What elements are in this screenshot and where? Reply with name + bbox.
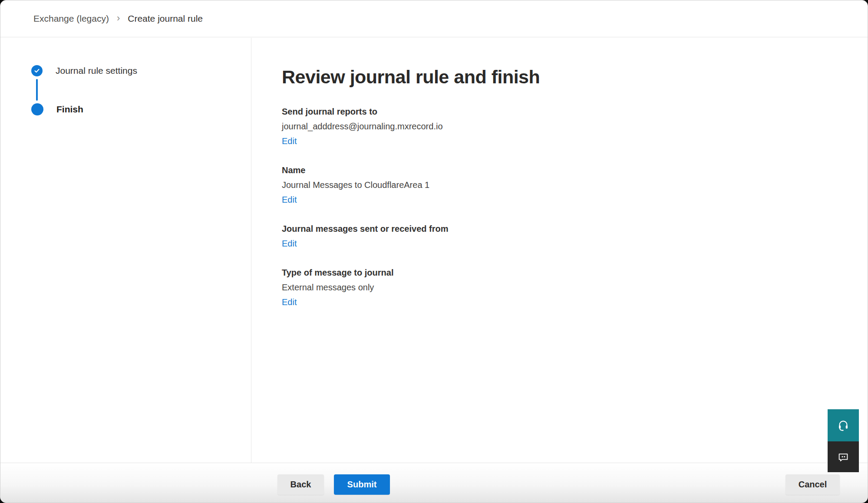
section-label: Type of message to journal bbox=[282, 265, 842, 280]
section-label: Journal messages sent or received from bbox=[282, 221, 842, 236]
wizard-step-finish[interactable]: Finish bbox=[31, 103, 251, 115]
breadcrumb-exchange-legacy-link[interactable]: Exchange (legacy) bbox=[33, 13, 109, 24]
section-label: Name bbox=[282, 163, 842, 178]
back-button[interactable]: Back bbox=[277, 474, 324, 495]
section-label: Send journal reports to bbox=[282, 104, 842, 119]
step-current-dot-icon bbox=[31, 103, 43, 115]
page-title: Review journal rule and finish bbox=[282, 65, 842, 89]
edit-journal-address-link[interactable]: Edit bbox=[282, 134, 297, 148]
wizard-connector-line bbox=[36, 79, 38, 101]
wizard-body: Journal rule settings Finish Review jour… bbox=[0, 38, 868, 463]
step-label-finish: Finish bbox=[56, 104, 83, 115]
breadcrumb-current-page: Create journal rule bbox=[128, 13, 203, 24]
step-label-journal-rule-settings: Journal rule settings bbox=[56, 66, 137, 76]
headset-icon bbox=[837, 419, 850, 432]
feedback-button[interactable] bbox=[828, 441, 859, 472]
edit-name-link[interactable]: Edit bbox=[282, 192, 297, 207]
review-sections: Send journal reports to journal_adddress… bbox=[282, 104, 842, 309]
action-bar: Back Submit Cancel bbox=[0, 463, 868, 503]
cancel-button[interactable]: Cancel bbox=[785, 474, 840, 495]
review-section-name: Name Journal Messages to CloudflareArea … bbox=[282, 163, 842, 207]
step-completed-check-icon bbox=[31, 65, 43, 76]
help-button[interactable] bbox=[828, 409, 859, 441]
edit-journal-scope-link[interactable]: Edit bbox=[282, 236, 297, 251]
breadcrumb-chevron-icon: › bbox=[117, 13, 120, 23]
rule-name-value: Journal Messages to CloudflareArea 1 bbox=[282, 178, 842, 192]
review-section-journal-scope: Journal messages sent or received from E… bbox=[282, 221, 842, 251]
message-type-value: External messages only bbox=[282, 280, 842, 295]
review-section-send-journal-reports-to: Send journal reports to journal_adddress… bbox=[282, 104, 842, 148]
breadcrumb: Exchange (legacy) › Create journal rule bbox=[33, 13, 203, 24]
wizard-steps-sidebar: Journal rule settings Finish bbox=[0, 38, 251, 463]
breadcrumb-bar: Exchange (legacy) › Create journal rule bbox=[0, 0, 868, 37]
review-panel: Review journal rule and finish Send jour… bbox=[251, 38, 868, 463]
wizard-step-journal-rule-settings[interactable]: Journal rule settings bbox=[31, 65, 251, 76]
submit-button[interactable]: Submit bbox=[334, 474, 390, 495]
journal-address-value: journal_adddress@journaling.mxrecord.io bbox=[282, 119, 842, 134]
chat-feedback-icon bbox=[837, 450, 850, 464]
review-section-message-type: Type of message to journal External mess… bbox=[282, 265, 842, 309]
exchange-admin-window: Exchange (legacy) › Create journal rule … bbox=[0, 0, 868, 503]
edit-message-type-link[interactable]: Edit bbox=[282, 295, 297, 309]
